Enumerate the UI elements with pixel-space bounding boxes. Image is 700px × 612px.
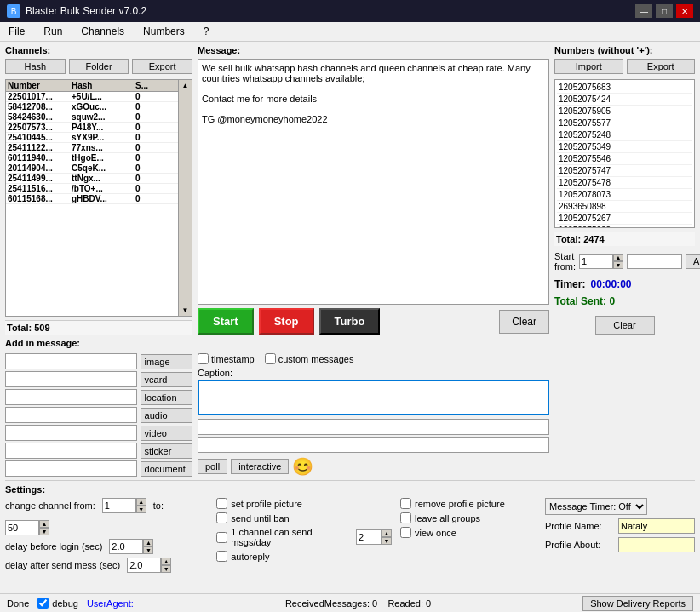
checkboxes-left: set profile picture send until ban 1 cha… (216, 498, 392, 562)
delay-send-down[interactable]: ▼ (161, 565, 171, 573)
export-channels-button[interactable]: Export (132, 59, 192, 74)
set-profile-picture-checkbox[interactable] (216, 498, 227, 509)
channel-from-up[interactable]: ▲ (136, 498, 146, 506)
profile-about-input[interactable] (618, 537, 695, 552)
channel-from-down[interactable]: ▼ (136, 506, 146, 513)
delay-send-up[interactable]: ▲ (161, 558, 171, 565)
app-icon: B (7, 4, 20, 18)
menu-run[interactable]: Run (38, 24, 67, 39)
change-channel-from-input[interactable]: 1 (102, 498, 136, 513)
add-number-input[interactable] (627, 254, 682, 269)
show-delivery-reports-button[interactable]: Show Delivery Reports (582, 596, 693, 611)
autoreply-label: autoreply (216, 551, 392, 562)
caption-textarea[interactable] (198, 380, 549, 415)
image-button[interactable]: image (141, 354, 192, 369)
delay-send-row: delay after send mess (sec) 2.0 ▲▼ (5, 558, 208, 573)
menu-channels[interactable]: Channels (76, 24, 129, 39)
message-timer-select[interactable]: Message Timer: Off (545, 498, 647, 515)
maximize-button[interactable]: □ (656, 4, 673, 18)
stop-button[interactable]: Stop (259, 308, 314, 335)
timestamp-checkbox[interactable] (198, 353, 209, 364)
channel-to-down[interactable]: ▼ (39, 528, 49, 535)
delay-login-spinner: 2.0 ▲▼ (109, 539, 153, 554)
timer-row: Timer: 00:00:00 (554, 278, 695, 290)
numbers-list[interactable]: 12052075683 12052075424 12052075905 1205… (554, 79, 695, 228)
document-input[interactable] (5, 460, 137, 477)
scroll-down-button[interactable]: ▼ (179, 306, 192, 314)
emoji-button[interactable]: 😊 (292, 456, 313, 477)
location-input[interactable] (5, 389, 137, 405)
channel-to-up[interactable]: ▲ (39, 520, 49, 528)
vcard-button[interactable]: vcard (141, 372, 192, 387)
sticker-input[interactable] (5, 443, 137, 459)
menu-numbers[interactable]: Numbers (138, 24, 190, 39)
msgs-per-day-up[interactable]: ▲ (382, 529, 392, 537)
channel-table-scroll[interactable]: 22501017...+5U/L...0 58412708...xGOuc...… (6, 92, 178, 316)
sticker-button[interactable]: sticker (141, 443, 192, 459)
add-message-inputs: image vcard location audio video (5, 353, 192, 477)
status-bar: Done debug UserAgent: ReceivedMessages: … (0, 593, 700, 612)
caption-label: Caption: (198, 368, 232, 378)
change-channel-row: change channel from: 1 ▲▼ to: 50 ▲▼ (5, 498, 208, 535)
settings-main-row: change channel from: 1 ▲▼ to: 50 ▲▼ dela… (5, 498, 695, 573)
minimize-button[interactable]: — (635, 4, 652, 18)
debug-checkbox[interactable] (37, 598, 49, 609)
video-button[interactable]: video (141, 426, 192, 441)
scroll-up-button[interactable]: ▲ (179, 82, 192, 89)
msgs-per-day-down[interactable]: ▼ (382, 537, 392, 545)
col-s-header: S... (135, 81, 161, 90)
start-from-up[interactable]: ▲ (613, 254, 623, 261)
hash-button[interactable]: Hash (5, 59, 66, 74)
add-number-button[interactable]: Add (686, 254, 700, 269)
profile-name-input[interactable]: Nataly (618, 518, 695, 534)
message-textarea[interactable]: We sell bulk whatsapp hash channels and … (198, 59, 549, 305)
add-message-row: image vcard location audio video (5, 353, 695, 477)
delay-login-up[interactable]: ▲ (143, 539, 153, 546)
delay-login-down[interactable]: ▼ (143, 546, 153, 554)
remove-profile-picture-checkbox[interactable] (400, 498, 411, 509)
list-item: 12052075905 (557, 106, 692, 117)
folder-button[interactable]: Folder (69, 59, 129, 74)
turbo-button[interactable]: Turbo (319, 308, 381, 335)
view-once-checkbox[interactable] (400, 527, 411, 538)
send-until-ban-checkbox[interactable] (216, 512, 227, 523)
msgs-per-day-input[interactable]: 2 (356, 529, 382, 545)
useragent-label[interactable]: UserAgent: (87, 598, 134, 609)
close-button[interactable]: ✕ (676, 4, 693, 18)
vcard-input[interactable] (5, 371, 137, 387)
delay-send-input[interactable]: 2.0 (127, 558, 161, 573)
start-from-down[interactable]: ▼ (613, 261, 623, 269)
autoreply-checkbox[interactable] (216, 551, 227, 562)
one-channel-checkbox[interactable] (216, 532, 227, 543)
document-button[interactable]: document (141, 461, 192, 477)
poll-button[interactable]: poll (198, 459, 227, 474)
change-channel-to-input[interactable]: 50 (5, 520, 39, 535)
list-item: 12052075683 (557, 82, 692, 94)
export-numbers-button[interactable]: Export (627, 59, 696, 74)
top-section: Channels: Hash Folder Export Number Hash… (5, 45, 695, 335)
add-row-sticker: sticker (5, 443, 192, 459)
start-from-input[interactable]: 1 (579, 254, 613, 269)
location-button[interactable]: location (141, 390, 192, 405)
list-item: 12052075267 (557, 213, 692, 225)
bottom-input-1[interactable] (198, 419, 549, 435)
clear-numbers-button[interactable]: Clear (595, 316, 655, 335)
menu-help[interactable]: ? (198, 24, 215, 39)
leave-all-groups-checkbox[interactable] (400, 512, 411, 523)
custom-messages-checkbox[interactable] (265, 353, 276, 364)
numbers-label: Numbers (without '+'): (554, 45, 695, 55)
list-item: 2693650898 (557, 201, 692, 213)
bottom-input-2[interactable] (198, 437, 549, 453)
audio-button[interactable]: audio (141, 408, 192, 423)
import-numbers-button[interactable]: Import (554, 59, 623, 74)
image-input[interactable] (5, 353, 137, 369)
channels-panel: Channels: Hash Folder Export Number Hash… (5, 45, 192, 335)
interactive-button[interactable]: interactive (231, 459, 289, 474)
list-item: 12052075747 (557, 165, 692, 177)
clear-message-button[interactable]: Clear (499, 310, 549, 334)
delay-login-input[interactable]: 2.0 (109, 539, 143, 554)
start-button[interactable]: Start (198, 308, 254, 335)
audio-input[interactable] (5, 407, 137, 423)
video-input[interactable] (5, 425, 137, 441)
menu-file[interactable]: File (3, 24, 30, 39)
